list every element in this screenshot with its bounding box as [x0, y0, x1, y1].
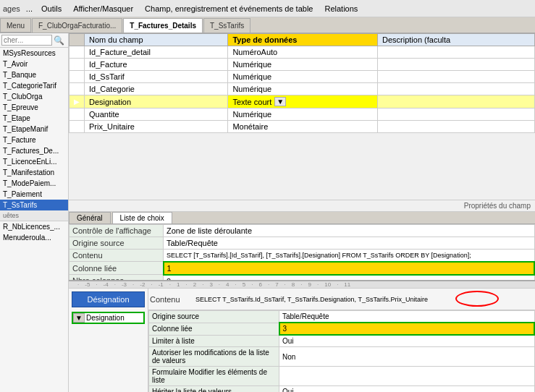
tab-fclubOrga[interactable]: F_ClubOrgaFacturatio... — [32, 18, 122, 33]
search-input[interactable] — [1, 35, 52, 46]
sidebar-item-tfacture[interactable]: T_Facture — [0, 135, 68, 145]
field-name-cell[interactable]: Quantite — [85, 108, 228, 121]
tab-fclubOrga-label: F_ClubOrgaFacturatio... — [38, 22, 116, 30]
table-row[interactable]: Id_Facture_detail NuméroAuto — [69, 46, 535, 59]
sidebar-item-tlicenceenli[interactable]: T_LicenceEnLi... — [0, 156, 68, 167]
prop-value-colonne-liee[interactable]: 1 — [164, 262, 535, 275]
type-dropdown-arrow[interactable]: ▼ — [274, 97, 286, 106]
tab-factures-details-label: T_Factures_Details — [130, 22, 196, 30]
table-row-designation[interactable]: ▶ Designation Texte court ▼ — [69, 95, 535, 108]
prop-label-origine: Origine source — [69, 237, 164, 250]
bottom-left-panel: Désignation ▼ Designation — [69, 289, 148, 392]
prop-value-nbre-col[interactable]: 2 — [164, 275, 535, 281]
prop-label-contenu: Contenu — [69, 250, 164, 262]
field-desc-cell — [378, 71, 535, 83]
bottom-prop-value-limiter[interactable]: Oui — [279, 335, 535, 347]
table-row[interactable]: Prix_Unitaire Monétaire — [69, 121, 535, 133]
field-name-designation[interactable]: Designation — [85, 95, 228, 108]
tab-menu-label: Menu — [7, 22, 25, 30]
sidebar-item-tetape[interactable]: T_Etape — [0, 113, 68, 124]
prop-tab-liste-choix[interactable]: Liste de choix — [112, 212, 172, 223]
sidebar-item-tepreuve[interactable]: T_Epreuve — [0, 102, 68, 113]
table-row[interactable]: Id_SsTarif Numérique — [69, 71, 535, 83]
bottom-prop-row-limiter: Limiter à liste Oui — [149, 335, 535, 347]
bottom-prop-row-origine: Origine source Table/Requête — [149, 311, 535, 323]
designation-dropdown[interactable]: ▼ Designation — [72, 312, 145, 324]
row-indicator — [69, 71, 85, 83]
field-desc-cell — [378, 95, 535, 108]
bottom-section: ·-5 ·-4 ·-3 ·-2 ·-1 ·1 ·2 ·3 ·4 ·5 ·6 ·7… — [69, 280, 535, 392]
prop-row-colonne-liee: Colonne liée 1 — [69, 262, 535, 275]
sidebar-item-tsstariifs[interactable]: T_SsTarifs — [0, 200, 68, 210]
tab-factures-details[interactable]: T_Factures_Details — [123, 18, 203, 33]
bottom-prop-row-colonne: Colonne liée 3 — [149, 323, 535, 335]
properties-area: Propriétés du champ Général Liste de cho… — [69, 200, 535, 280]
table-row[interactable]: Id_Categorie Numérique — [69, 83, 535, 95]
row-indicator — [69, 46, 85, 59]
field-type-cell[interactable]: Numérique — [228, 71, 378, 83]
field-name-cell[interactable]: Id_SsTarif — [85, 71, 228, 83]
bottom-prop-label-autoriser: Autoriser les modifications de la liste … — [149, 347, 279, 367]
field-name-cell[interactable]: Id_Facture — [85, 59, 228, 71]
tab-sstariifs[interactable]: T_SsTarifs — [203, 18, 250, 33]
sidebar-list: MSysResources T_Avoir T_Banque T_Categor… — [0, 48, 68, 392]
field-type-cell[interactable]: Monétaire — [228, 121, 378, 133]
field-type-cell[interactable]: Numérique — [228, 59, 378, 71]
sidebar-section-uetes: uêtes — [0, 210, 68, 221]
sidebar-item-tmanifestation[interactable]: T_Manifestation — [0, 167, 68, 178]
field-name-cell[interactable]: Id_Facture_detail — [85, 46, 228, 59]
tab-sstariifs-label: T_SsTarifs — [210, 22, 244, 30]
search-icon: 🔍 — [54, 35, 64, 46]
contenu-label: Contenu — [150, 295, 190, 304]
content-area: Nom du champ Type de données Description… — [69, 33, 535, 392]
toolbar-left-label: ages — [3, 4, 20, 13]
toolbar-dots: ... — [26, 4, 33, 13]
field-name-cell[interactable]: Prix_Unitaire — [85, 121, 228, 133]
sidebar-item-tpaiement[interactable]: T_Paiement — [0, 189, 68, 200]
field-type-cell[interactable]: Numérique — [228, 108, 378, 121]
prop-value-contenu[interactable]: SELECT [T_SsTarifs].[Id_SsTarif], [T_SsT… — [164, 250, 535, 262]
dropdown-arrow-icon[interactable]: ▼ — [73, 313, 85, 323]
field-type-cell[interactable]: Numérique — [228, 83, 378, 95]
bottom-prop-row-heriter: Hériter la liste de valeurs Oui — [149, 386, 535, 393]
tab-menu[interactable]: Menu — [0, 18, 31, 33]
bottom-prop-label-heriter: Hériter la liste de valeurs — [149, 386, 279, 393]
prop-tab-general[interactable]: Général — [69, 212, 111, 223]
bottom-prop-value-formulaire[interactable] — [279, 367, 535, 386]
prop-label-colonne-liee: Colonne liée — [69, 262, 164, 275]
bottom-prop-value-origine[interactable]: Table/Requête — [279, 311, 535, 323]
sidebar-item-tmodefaiem[interactable]: T_ModePaiem... — [0, 178, 68, 189]
sidebar-item-menuderoula[interactable]: Menuderoula... — [0, 232, 68, 243]
bottom-prop-value-autoriser[interactable]: Non — [279, 347, 535, 367]
designation-type-label: Texte court — [232, 98, 271, 106]
sidebar-item-tetapemanif[interactable]: T_EtapeManif — [0, 124, 68, 135]
field-desc-cell — [378, 108, 535, 121]
prop-value-origine[interactable]: Table/Requête — [164, 237, 535, 250]
afficher-label: Afficher/Masquer — [73, 4, 133, 13]
field-type-designation[interactable]: Texte court ▼ — [228, 95, 378, 108]
bottom-prop-value-heriter[interactable]: Oui — [279, 386, 535, 393]
sidebar-item-tbanque[interactable]: T_Banque — [0, 69, 68, 80]
table-header-indicator — [69, 34, 85, 46]
sidebar-item-tfactures-de[interactable]: T_Factures_De... — [0, 145, 68, 156]
designation-button[interactable]: Désignation — [72, 291, 145, 307]
row-indicator — [69, 108, 85, 121]
field-name-cell[interactable]: Id_Categorie — [85, 83, 228, 95]
table-row[interactable]: Quantite Numérique — [69, 108, 535, 121]
field-type-cell[interactable]: NuméroAuto — [228, 46, 378, 59]
prop-row-nbre-col: Nbre colonnes 2 — [69, 275, 535, 281]
sidebar-item-rnblicences[interactable]: R_NbLicences_... — [0, 221, 68, 232]
table-row[interactable]: Id_Facture Numérique — [69, 59, 535, 71]
bottom-prop-value-colonne[interactable]: 3 — [279, 323, 535, 335]
sidebar-item-msysresources[interactable]: MSysResources — [0, 48, 68, 59]
prop-value-controle[interactable]: Zone de liste déroulante — [164, 225, 535, 237]
table-header-desc: Description (faculta — [378, 34, 535, 46]
bottom-prop-row-formulaire: Formulaire Modifier les éléments de list… — [149, 367, 535, 386]
bottom-prop-row-autoriser: Autoriser les modifications de la liste … — [149, 347, 535, 367]
sidebar-item-tcategorietarif[interactable]: T_CategorieTarif — [0, 80, 68, 91]
red-circle-annotation — [455, 291, 499, 307]
bottom-prop-label-colonne: Colonne liée — [149, 323, 279, 335]
sidebar-item-tavoir[interactable]: T_Avoir — [0, 59, 68, 69]
bottom-content: Désignation ▼ Designation Contenu SELECT… — [69, 289, 535, 392]
sidebar-item-tclubOrga[interactable]: T_ClubOrga — [0, 91, 68, 102]
